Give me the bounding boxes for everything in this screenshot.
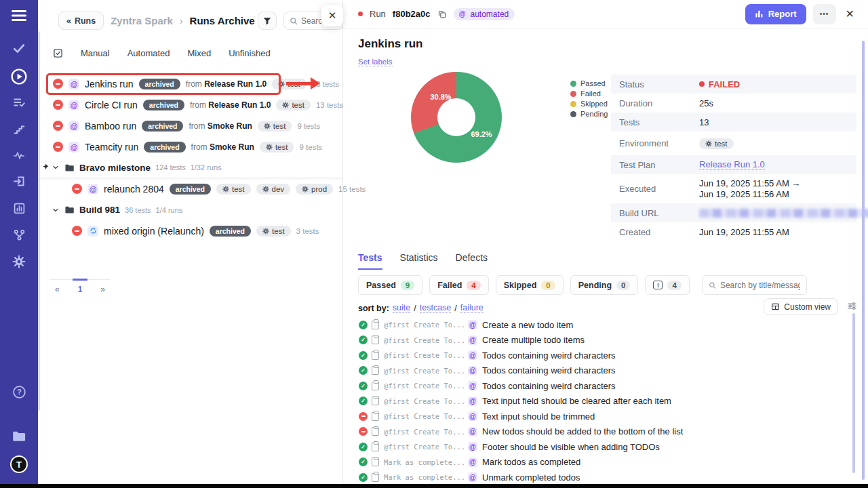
tasks-check-icon[interactable] bbox=[0, 42, 38, 54]
test-row[interactable]: @first Create To... @ Todos containing w… bbox=[343, 363, 868, 379]
chevron-down-icon[interactable] bbox=[52, 163, 60, 171]
run-row-bamboo[interactable]: @ Bamboo run archived from Smoke Run tes… bbox=[38, 115, 342, 136]
test-row[interactable]: Mark as complete... @ Unmark completed t… bbox=[343, 470, 868, 485]
folder-icon bbox=[64, 205, 75, 214]
test-suite-label: @first Create To... bbox=[384, 443, 467, 451]
import-icon[interactable] bbox=[0, 175, 38, 188]
sort-by-failure[interactable]: failure bbox=[460, 303, 484, 313]
clipboard-icon bbox=[372, 366, 379, 375]
pagination-prev[interactable]: « bbox=[50, 280, 65, 294]
filter-button[interactable] bbox=[258, 12, 277, 30]
failed-status-icon bbox=[53, 79, 63, 89]
legend-passed: Passed bbox=[570, 79, 608, 87]
sort-label: sort by: bbox=[358, 304, 389, 313]
clipboard-icon bbox=[372, 336, 379, 344]
chip-passed[interactable]: Passed9 bbox=[358, 275, 422, 295]
breadcrumb-project[interactable]: Zyntra Spark bbox=[111, 15, 173, 26]
activity-pulse-icon[interactable] bbox=[0, 150, 38, 161]
test-row[interactable]: @first Create To... @ Create multiple to… bbox=[343, 333, 868, 348]
clipboard-icon bbox=[372, 396, 379, 405]
test-suite-label: @first Create To... bbox=[384, 428, 467, 436]
chip-failed[interactable]: Failed4 bbox=[429, 275, 489, 295]
chip-comments[interactable]: !4 bbox=[645, 275, 689, 295]
test-row[interactable]: @first Create To... @ Todos containing w… bbox=[343, 378, 868, 394]
tab-statistics[interactable]: Statistics bbox=[400, 252, 438, 270]
milestone-runs: 1/4 runs bbox=[156, 206, 183, 214]
test-row[interactable]: @first Create To... @ Footer should be v… bbox=[343, 439, 868, 455]
gear-icon bbox=[282, 102, 289, 108]
test-row[interactable]: Mark as complete... @ Mark todos as comp… bbox=[343, 455, 868, 470]
tab-defects[interactable]: Defects bbox=[456, 252, 488, 270]
tests-search-input[interactable] bbox=[720, 281, 800, 290]
settings-gear-icon[interactable] bbox=[0, 255, 38, 268]
branches-icon[interactable] bbox=[0, 228, 38, 241]
automated-run-icon: @ bbox=[87, 184, 98, 195]
chevron-down-icon[interactable] bbox=[52, 206, 60, 214]
view-settings-icon[interactable] bbox=[847, 301, 857, 311]
tab-mixed[interactable]: Mixed bbox=[188, 48, 212, 58]
test-row[interactable]: @first Create To... @ Todos containing w… bbox=[343, 348, 868, 363]
run-row-relaunch-2804[interactable]: @ relaunch 2804 archived test dev prod 1… bbox=[38, 178, 342, 199]
copy-icon[interactable] bbox=[437, 9, 447, 19]
select-all-icon[interactable] bbox=[53, 48, 63, 58]
set-labels-link[interactable]: Set labels bbox=[358, 58, 393, 66]
milestone-name: Build 981 bbox=[79, 205, 120, 215]
more-options-button[interactable]: ••• bbox=[813, 4, 836, 24]
analytics-icon[interactable] bbox=[0, 202, 38, 215]
failed-status-icon bbox=[72, 184, 82, 194]
runs-play-icon[interactable] bbox=[0, 68, 38, 85]
run-row-circle-ci[interactable]: @ Circle CI run archived from Release Ru… bbox=[38, 94, 342, 115]
test-row[interactable]: @first Create To... @ Create a new todo … bbox=[343, 317, 868, 333]
run-label: Run bbox=[370, 9, 386, 19]
help-icon[interactable]: ? bbox=[0, 385, 38, 399]
tab-manual[interactable]: Manual bbox=[81, 48, 110, 58]
bottom-black-bar bbox=[0, 484, 868, 488]
panel-scrollbar[interactable] bbox=[862, 41, 865, 480]
test-row[interactable]: @first Create To... @ Text input should … bbox=[343, 409, 868, 424]
sort-by-testcase[interactable]: testcase bbox=[420, 303, 452, 313]
tab-tests[interactable]: Tests bbox=[358, 252, 382, 270]
run-name: Jenkins run bbox=[85, 79, 134, 89]
archived-badge: archived bbox=[139, 79, 180, 89]
run-id: f80b2a0c bbox=[393, 9, 431, 19]
sort-by-suite[interactable]: suite bbox=[393, 303, 410, 313]
pagination-next[interactable]: » bbox=[95, 280, 111, 294]
milestone-row-build-981[interactable]: Build 981 36 tests 1/4 runs bbox=[38, 199, 342, 220]
report-button[interactable]: Report bbox=[745, 4, 806, 24]
tests-search[interactable] bbox=[702, 275, 807, 295]
test-row[interactable]: @first Create To... @ Text input field s… bbox=[343, 394, 868, 409]
menu-icon[interactable] bbox=[0, 9, 38, 22]
test-row[interactable]: @first Create To... @ New todos should b… bbox=[343, 424, 868, 440]
archived-badge: archived bbox=[210, 226, 251, 237]
run-origin: from Smoke Run bbox=[189, 121, 252, 131]
automated-test-icon: @ bbox=[468, 336, 477, 345]
field-created: Created Jun 19, 2025 11:55 AM bbox=[611, 222, 856, 241]
chip-skipped[interactable]: Skipped0 bbox=[496, 275, 564, 295]
automated-run-icon: @ bbox=[68, 79, 79, 89]
projects-folder-icon[interactable] bbox=[0, 430, 38, 443]
tests-count: 15 tests bbox=[338, 185, 366, 193]
results-list-icon[interactable] bbox=[0, 96, 38, 108]
detail-close-icon[interactable]: ✕ bbox=[846, 7, 854, 20]
test-list: @first Create To... @ Create a new todo … bbox=[343, 317, 868, 485]
panel-close-button[interactable]: ✕ bbox=[321, 5, 343, 26]
run-row-mixed-origin[interactable]: mixed origin (Relaunch) archived test 3 … bbox=[38, 220, 342, 241]
profile-avatar[interactable]: T bbox=[0, 455, 38, 473]
milestone-row-bravo[interactable]: Bravo milestone 124 tests 1/32 runs bbox=[38, 157, 342, 178]
archived-badge: archived bbox=[142, 121, 183, 131]
tab-unfinished[interactable]: Unfinished bbox=[229, 48, 270, 58]
back-to-runs-button[interactable]: « Runs bbox=[58, 12, 104, 30]
custom-view-button[interactable]: Custom view bbox=[764, 298, 838, 315]
test-title: New todos should be added to the bottom … bbox=[482, 426, 683, 436]
run-row-teamcity[interactable]: @ Teamcity run archived from Smoke Run t… bbox=[38, 136, 342, 157]
run-row-jenkins[interactable]: @ Jenkins run archived from Release Run … bbox=[38, 73, 342, 94]
chip-pending[interactable]: Pending0 bbox=[570, 275, 639, 295]
pagination-page-1[interactable]: 1 bbox=[73, 279, 88, 294]
steps-icon[interactable] bbox=[0, 123, 38, 136]
test-plan-link[interactable]: Release Run 1.0 bbox=[699, 159, 765, 170]
test-list-scrollbar[interactable] bbox=[852, 313, 855, 473]
build-url-redacted[interactable] bbox=[699, 209, 868, 218]
run-detail-header: Run f80b2a0c @automated Report ••• ✕ bbox=[343, 0, 868, 28]
tab-automated[interactable]: Automated bbox=[127, 48, 170, 58]
automated-test-icon: @ bbox=[468, 442, 477, 451]
